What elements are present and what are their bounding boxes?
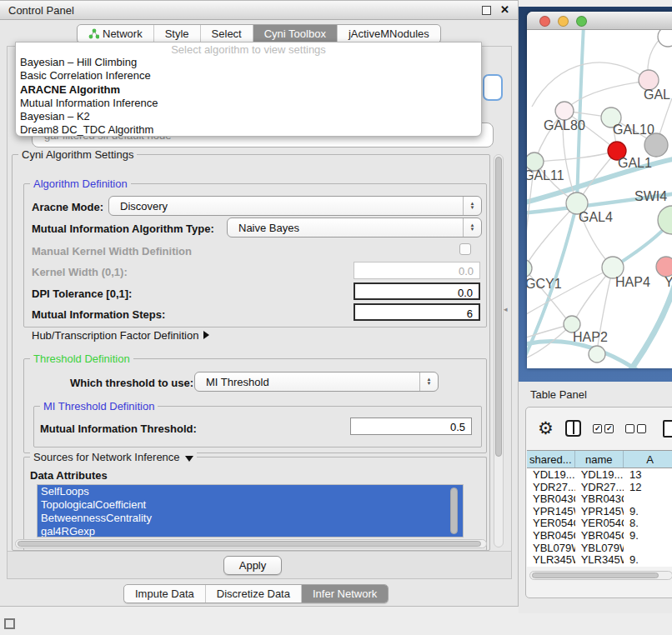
settings-scrollbar-thumb[interactable] [495,157,502,457]
table-panel-title: Table Panel [530,388,587,401]
list-scrollbar-thumb[interactable] [450,488,458,534]
table-cell: YIL053C [527,566,575,567]
select-all-icon[interactable]: ✓✓ [593,424,614,433]
dpi-tolerance-field[interactable]: 0.0 [354,282,480,300]
table-row[interactable]: YBL079WYBL079W [527,542,672,554]
tab-style[interactable]: Style [154,25,201,42]
node-label-gal: GAL [644,88,670,102]
network-node[interactable] [589,346,605,362]
settings-vertical-scrollbar[interactable] [494,154,504,548]
algorithm-option-bayesian-hill-climbing[interactable]: Bayesian – Hill Climbing [16,56,481,69]
table-cell: YBR045C [575,529,624,542]
network-node-gcy1[interactable] [527,259,532,278]
column-header-a[interactable]: A [624,451,672,468]
table-cell: 12 [624,481,672,493]
tab-label: Network [103,28,143,40]
network-icon [88,28,99,39]
which-threshold-combo[interactable]: MI Threshold ▲▼ [194,372,439,392]
data-attribute-item-selfloops[interactable]: SelfLoops [38,485,463,498]
mi-threshold-field[interactable]: 0.5 [350,418,472,435]
table-row[interactable]: YER054CYER054C8. [527,517,672,529]
network-node-swi4[interactable] [658,206,672,234]
tab-label: Discretize Data [217,588,290,600]
hub-definition-toggle[interactable]: Hub/Transcription Factor Definition [32,329,209,342]
tab-label: Impute Data [135,588,194,600]
algorithm-option-basic-correlation-inference[interactable]: Basic Correlation Inference [16,69,481,82]
control-panel-title: Control Panel [8,4,74,17]
combo-spinner-icon: ▲▼ [463,218,481,237]
table-panel-body: ⚙ ✓✓ shared...nameAYDL19...YDL19...13YDR… [525,407,672,598]
network-node[interactable] [644,133,668,157]
zoom-traffic-light-icon[interactable] [576,16,587,27]
algorithm-option-aracne-algorithm[interactable]: ARACNE Algorithm [16,83,481,97]
sources-group-title[interactable]: Sources for Network Inference [30,451,197,463]
algorithm-definition-title: Algorithm Definition [30,178,131,190]
split-pane-collapse-handle[interactable]: ◂ [504,303,511,315]
table-cell: 8. [624,517,672,529]
network-canvas[interactable]: GALGAL80GAL10GAL1GAL11SWI4GAL4GCY1HAP4YH… [527,30,672,368]
deselect-all-icon[interactable] [625,424,646,433]
settings-horizontal-scrollbar[interactable] [15,539,487,548]
table-cell: YLR345W [527,553,575,566]
data-attribute-item-betweennesscentrality[interactable]: BetweennessCentrality [38,512,463,525]
mi-steps-field[interactable]: 6 [354,303,480,321]
table-row[interactable]: YPR145WYPR145W9. [527,505,672,518]
mi-algorithm-type-combo[interactable]: Naive Bayes ▲▼ [227,218,482,238]
table-cell: 9. [624,529,672,542]
apply-button[interactable]: Apply [223,556,282,575]
document-icon[interactable] [663,420,672,438]
algorithm-option-mutual-information-inference[interactable]: Mutual Information Inference [16,97,481,110]
algorithm-option-bayesian-k2[interactable]: Bayesian – K2 [16,110,481,123]
table-cell: YBR043C [527,492,575,505]
data-attributes-list: SelfLoopsTopologicalCoefficientBetweenne… [37,484,464,538]
aracne-mode-combo[interactable]: Discovery ▲▼ [108,196,482,216]
table-row[interactable]: YLR345WYLR345W9. [527,553,672,566]
control-panel-window: Control Panel ✕ NetworkStyleSelectCyni T… [0,0,519,607]
network-node[interactable] [658,30,672,47]
network-view-frame: GALGAL80GAL10GAL1GAL11SWI4GAL4GCY1HAP4YH… [519,7,672,382]
close-icon[interactable]: ✕ [500,3,509,16]
network-node-gal80[interactable] [555,102,574,120]
minimize-traffic-light-icon[interactable] [558,16,569,27]
table-row[interactable]: YDL19...YDL19...13 [527,468,672,481]
tab-infer-network[interactable]: Infer Network [302,585,388,602]
table-row[interactable]: YBR045CYBR045C9. [527,529,672,542]
tab-discretize-data[interactable]: Discretize Data [206,585,302,602]
table-horizontal-scrollbar[interactable] [529,571,672,580]
tab-impute-data[interactable]: Impute Data [124,585,206,602]
data-attribute-item-topologicalcoefficient[interactable]: TopologicalCoefficient [38,498,463,512]
combo-spinner-icon: ▲▼ [463,197,481,215]
table-cell: YBR043C [575,492,624,505]
tab-select[interactable]: Select [201,25,253,42]
data-attribute-item-gal4rgexp[interactable]: gal4RGexp [38,525,463,538]
gear-icon[interactable]: ⚙ [538,420,554,437]
tab-jactivemnodules[interactable]: jActiveMNodules [338,25,440,42]
node-label-gal1: GAL1 [618,156,652,170]
tab-network[interactable]: Network [78,25,154,42]
table-row[interactable]: YIL053CYIL053C9 [527,566,672,567]
table-row[interactable]: YBR043CYBR043C [527,492,672,505]
control-panel-titlebar: Control Panel ✕ [0,1,518,20]
table-hscroll-thumb[interactable] [532,572,659,578]
node-label-gal10: GAL10 [613,122,654,137]
columns-icon[interactable] [565,420,582,437]
settings-hscroll-thumb[interactable] [18,541,481,547]
node-label-gal11: GAL11 [527,168,564,182]
close-traffic-light-icon[interactable] [539,16,550,27]
table-row[interactable]: YDR27...YDR27...12 [527,481,672,493]
minimized-panel-icon[interactable] [4,618,15,629]
tab-cyni-toolbox[interactable]: Cyni Toolbox [253,25,338,42]
mi-algorithm-type-value: Naive Bayes [228,222,463,234]
column-header-shared[interactable]: shared... [527,451,575,468]
algorithm-option-dream8-dc-tdc-algorithm[interactable]: Dream8 DC_TDC Algorithm [16,123,481,137]
aracne-mode-label: Aracne Mode: [32,201,103,213]
table-cell [624,542,672,554]
manual-kernel-width-checkbox[interactable] [459,243,471,255]
column-header-name[interactable]: name [575,451,624,468]
network-window-titlebar[interactable] [527,12,672,30]
collapsed-arrow-icon [203,331,209,339]
table-cell: YBR045C [527,529,575,542]
kernel-width-field[interactable]: 0.0 [354,262,480,279]
float-window-icon[interactable] [482,6,491,15]
network-node-y[interactable] [656,257,672,277]
